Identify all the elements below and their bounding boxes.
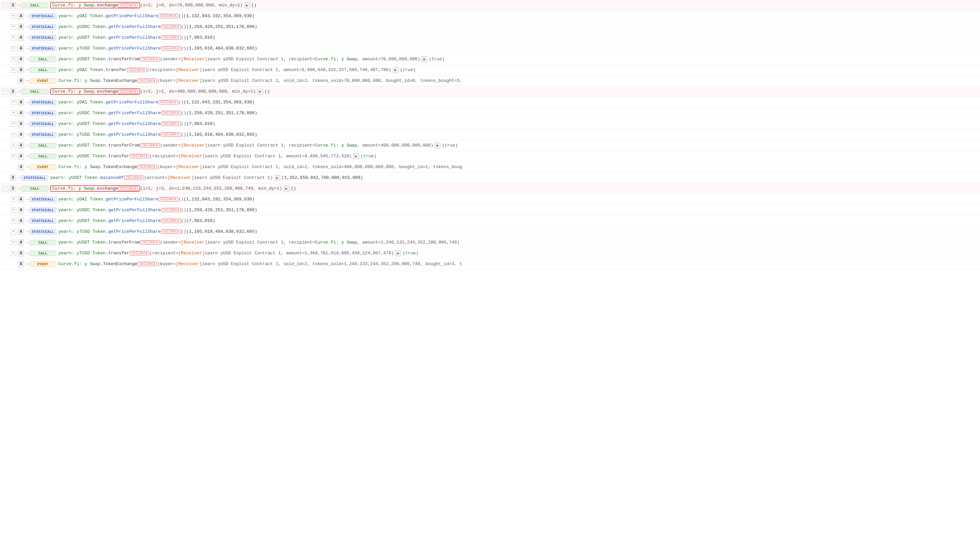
calldata-badge[interactable]: Calldata [159,100,178,104]
play-button[interactable]: ▶ [421,56,427,62]
expand-button[interactable]: + [11,197,16,202]
method-name: TokenExchange [103,164,137,169]
calldata-badge[interactable]: Calldata [137,78,157,83]
dot: . [103,100,106,105]
table-row: +4→STATICCALLyearn: yDAI Token.getPriceP… [0,97,980,108]
expand-button[interactable]: + [11,67,16,73]
calldata-badge[interactable]: Calldata [137,165,157,169]
calldata-badge[interactable]: Calldata [161,132,181,137]
contract-name: yearn: yUSDT Token [58,121,105,126]
arrow-icon: → [18,186,20,191]
table-row: +4→CALLyearn: yUSDT Token.transferFromCa… [0,140,980,151]
contract-name: yearn: yUSDT Token [58,218,105,223]
calldata-badge[interactable]: Calldata [140,57,160,61]
expand-button[interactable]: + [11,132,16,137]
dot: . [106,57,108,62]
expand-button[interactable]: + [11,240,16,245]
collapse-button[interactable]: − [3,186,8,191]
collapse-button[interactable]: − [3,89,8,94]
contract-name: Curve.fi: y Swap [52,3,94,8]
expand-button[interactable]: + [11,229,16,234]
depth-badge: 4 [18,142,24,149]
table-row: 4→EVENTCurve.fi: y Swap.TokenExchangeCal… [0,162,980,172]
depth-badge: 3 [10,2,16,9]
expand-button[interactable]: + [11,35,16,40]
calldata-badge[interactable]: Calldata [130,251,149,255]
expand-button[interactable]: + [11,121,16,127]
expand-button[interactable]: + [11,57,16,62]
calldata-badge[interactable]: Calldata [161,46,181,51]
expand-button[interactable]: + [11,154,16,159]
calldata-badge[interactable]: Calldata [124,175,144,180]
type-badge: CALL [29,143,56,148]
expand-button[interactable]: + [11,218,16,224]
receiver-tag: [Receiver] [181,143,207,148]
arrow-icon: → [18,3,20,8]
expand-button[interactable]: + [11,110,16,116]
expand-button[interactable]: + [11,207,16,213]
method-name: TokenExchange [103,261,137,266]
expand-button[interactable]: + [11,143,16,148]
arrow-icon: → [26,240,28,245]
calldata-badge[interactable]: Calldata [161,218,181,223]
play-button[interactable]: ▶ [434,142,441,148]
calldata-badge[interactable]: Calldata [130,154,149,158]
arrow-icon: → [26,218,28,223]
play-button[interactable]: ▶ [393,67,399,73]
expand-button[interactable]: + [11,13,16,19]
result-value: (1,250,429,251,351,178,096) [186,24,257,29]
result-value: (7,983,010) [186,35,215,40]
play-button[interactable]: ▶ [257,89,263,95]
call-params: (i=2, j=0, dx=70,000,000,000, min_dy=1) [140,3,242,8]
play-button[interactable]: ▶ [353,153,360,159]
expand-button[interactable]: + [11,24,16,30]
calldata-badge[interactable]: Calldata [118,186,138,191]
method-name: getPricePerFullShare [108,207,161,213]
type-badge: CALL [21,186,48,191]
receiver-tag: [Receiver] [168,175,194,180]
play-button[interactable]: ▶ [274,175,280,181]
method-name: balanceOf [100,175,124,180]
calldata-badge[interactable]: Calldata [161,122,181,126]
calldata-badge[interactable]: Calldata [161,111,181,115]
arrow-icon: → [26,57,28,62]
expand-button[interactable]: + [11,46,16,51]
type-badge: STATICCALL [29,218,56,224]
depth-badge: 4 [18,110,24,116]
calldata-badge[interactable]: Calldata [118,89,138,94]
expand-button[interactable]: + [11,251,16,256]
result-value: (1,105,018,484,830,032,665) [186,46,257,51]
calldata-badge[interactable]: Calldata [137,262,157,266]
expand-button[interactable]: + [11,100,16,105]
calldata-badge[interactable]: Calldata [140,240,160,245]
calldata-badge[interactable]: Calldata [159,197,178,201]
contract-name: yearn: yDAI Token [58,13,103,19]
play-button[interactable]: ▶ [283,186,290,192]
calldata-badge[interactable]: Calldata [140,143,160,148]
play-button[interactable]: ▶ [244,2,250,8]
calldata-badge[interactable]: Calldata [127,68,146,72]
result-value: () [251,3,257,8]
arrow-icon: → [26,78,28,83]
call-highlight: Curve.fi: y Swap.exchangeCalldata [50,88,140,95]
method-name: transfer [108,154,129,159]
arrow-icon: → [26,100,28,105]
result-value: (1,105,018,484,830,032,665) [186,229,257,234]
collapse-button[interactable]: − [3,3,8,8]
calldata-badge[interactable]: Calldata [161,35,181,40]
table-row: 4→EVENTCurve.fi: y Swap.TokenExchangeCal… [0,259,980,269]
calldata-badge[interactable]: Calldata [161,229,181,234]
calldata-badge[interactable]: Calldata [118,3,138,8]
calldata-badge[interactable]: Calldata [161,25,181,29]
dot: . [106,240,108,245]
depth-badge: 4 [18,67,24,73]
result-open: ( [402,251,405,256]
depth-badge: 4 [18,239,24,246]
trace-container: −3→CALLCurve.fi: y Swap.exchangeCalldata… [0,0,980,269]
calldata-badge[interactable]: Calldata [159,14,178,18]
call-params: (account=[Receiver]iearn yUSD Exploit Co… [144,175,273,180]
calldata-badge[interactable]: Calldata [161,208,181,212]
method-name: getPricePerFullShare [106,197,158,202]
play-button[interactable]: ▶ [395,250,401,257]
result-value: true [444,143,455,148]
